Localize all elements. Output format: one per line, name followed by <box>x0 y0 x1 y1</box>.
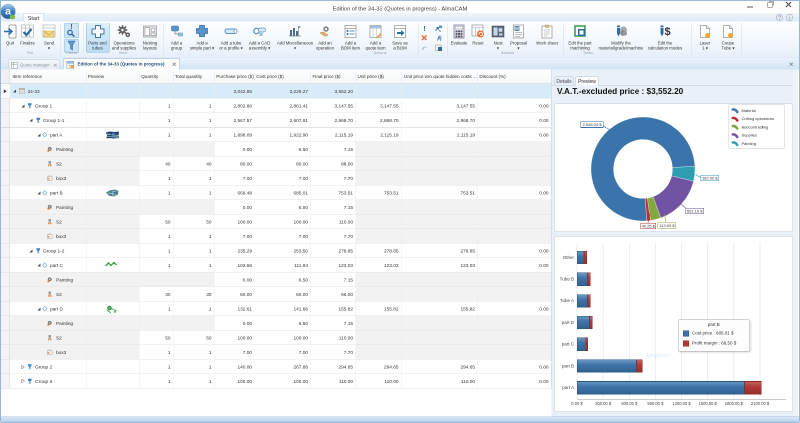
svg-text:a: a <box>5 5 11 17</box>
svg-text:$: $ <box>664 25 670 37</box>
svg-text:!: ! <box>423 24 426 33</box>
svg-text:!: ! <box>70 24 72 30</box>
